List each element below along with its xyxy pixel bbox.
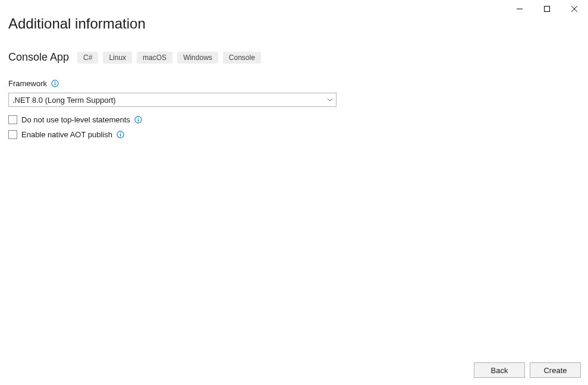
info-icon[interactable] xyxy=(51,80,59,88)
tag-group: C# Linux macOS Windows Console xyxy=(77,52,261,64)
framework-dropdown[interactable]: .NET 8.0 (Long Term Support) xyxy=(8,93,337,107)
window-controls xyxy=(506,0,588,18)
toplevel-checkbox[interactable] xyxy=(8,115,17,124)
info-icon[interactable] xyxy=(117,131,125,139)
project-type-subtitle: Console App xyxy=(8,51,69,64)
tag-windows: Windows xyxy=(177,52,218,64)
svg-point-11 xyxy=(120,132,121,134)
tag-csharp: C# xyxy=(77,52,98,64)
tag-macos: macOS xyxy=(137,52,172,64)
close-button[interactable] xyxy=(561,0,588,18)
framework-selected-value: .NET 8.0 (Long Term Support) xyxy=(12,96,116,105)
aot-checkbox-label: Enable native AOT publish xyxy=(21,130,112,139)
maximize-icon xyxy=(544,6,550,12)
aot-checkbox-row: Enable native AOT publish xyxy=(8,130,580,139)
back-button[interactable]: Back xyxy=(474,362,525,378)
toplevel-checkbox-row: Do not use top-level statements xyxy=(8,115,580,124)
tag-console: Console xyxy=(223,52,261,64)
footer-buttons: Back Create xyxy=(474,362,581,378)
maximize-button[interactable] xyxy=(533,0,561,18)
chevron-down-icon xyxy=(328,99,332,102)
svg-rect-1 xyxy=(545,7,550,12)
minimize-button[interactable] xyxy=(506,0,533,18)
tag-linux: Linux xyxy=(103,52,132,64)
svg-point-5 xyxy=(54,81,55,83)
close-icon xyxy=(571,6,577,12)
main-content: Additional information Console App C# Li… xyxy=(0,0,588,153)
create-button[interactable]: Create xyxy=(530,362,581,378)
info-icon[interactable] xyxy=(134,116,143,124)
toplevel-checkbox-label: Do not use top-level statements xyxy=(21,115,130,124)
svg-point-8 xyxy=(138,118,139,119)
aot-checkbox[interactable] xyxy=(8,130,17,139)
framework-label-row: Framework xyxy=(8,79,580,88)
subtitle-row: Console App C# Linux macOS Windows Conso… xyxy=(8,51,580,64)
framework-label: Framework xyxy=(8,79,47,88)
minimize-icon xyxy=(517,6,523,12)
page-title: Additional information xyxy=(8,15,580,32)
